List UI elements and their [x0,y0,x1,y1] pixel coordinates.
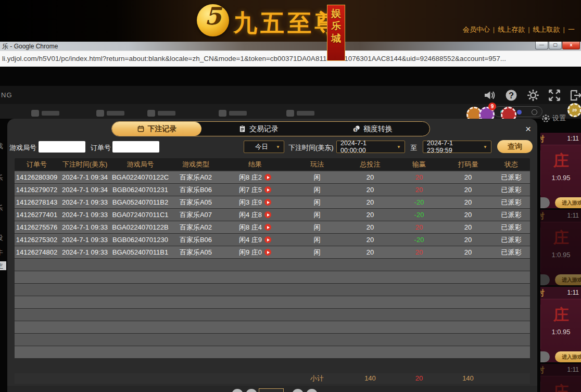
minimize-button[interactable]: — [535,42,548,49]
link-separator: | [528,26,529,33]
cell-turnover: 20 [444,234,492,246]
cell-result: 闲7 庄5 [222,184,288,196]
top-link[interactable]: 一 [568,26,575,33]
cell-winloss: -20 [395,234,444,246]
chevron-down-icon: ▼ [276,145,280,149]
cell-round: BGA052407011B2 [111,196,170,208]
cell-order: 14126274802 [15,246,59,258]
table-settings-button[interactable]: 设置 [542,113,566,123]
url-text: li.ydjol.com/h5V01/pc/index.html?return=… [2,55,506,62]
page-number-input[interactable] [259,388,284,392]
column-header: 状态 [492,158,530,170]
screen: 5 九五至尊 会员中心|线上存款|线上取款|一 娱乐城 乐 - Google C… [0,0,581,392]
next-page-button[interactable] [292,389,304,392]
cell-time: 2024-7-1 09:33 [59,234,111,246]
close-icon[interactable]: × [525,124,531,134]
maximize-button[interactable]: ▢ [549,42,562,49]
cell-type: 百家乐B06 [170,184,222,196]
replay-icon[interactable] [264,236,271,243]
replay-icon[interactable] [264,249,271,256]
subtotal-row: 小计14020140 [15,373,530,384]
secondary-button[interactable] [540,351,550,362]
cell-play: 闲 [288,209,346,221]
window-controls: — ▢ x [535,42,580,49]
volume-icon[interactable] [483,89,496,102]
prev-page-button[interactable] [246,389,257,392]
enter-game-button[interactable]: 进入游戏 [555,351,581,362]
column-header: 玩法 [288,158,346,170]
pair-label: 对 [540,134,545,144]
replay-icon[interactable] [264,186,271,193]
replay-icon[interactable] [264,211,271,218]
svg-text:$: $ [355,128,357,132]
help-icon[interactable]: ? [505,89,517,102]
top-link[interactable]: 会员中心 [463,26,490,33]
bet-chip[interactable]: 20 [567,103,581,117]
table-body: 141262803092024-7-1 09:34BGA0224070122C百… [7,171,537,359]
time-to-select[interactable]: 2024-7-1 23:59:59▼ [423,141,491,153]
cell-status: 已派彩 [492,234,530,246]
category-icon[interactable] [96,108,124,118]
search-button[interactable]: 查询 [497,140,533,153]
fullscreen-icon[interactable] [548,89,561,102]
enter-game-button[interactable]: 进入游戏 [555,274,581,285]
category-icon[interactable] [31,108,59,118]
pair-odds: 1:11 [567,212,579,219]
top-link[interactable]: 线上取款 [533,26,560,33]
cell-turnover: 20 [444,171,492,183]
empty-row [15,271,530,283]
replay-icon[interactable] [264,224,271,231]
category-icon[interactable] [219,108,247,118]
column-header: 游戏局号 [111,158,170,170]
time-from-select[interactable]: 2024-7-1 00:00:00▼ [336,141,405,153]
column-header: 打码量 [444,158,492,170]
column-header: 下注时间(美东) [59,158,111,170]
game-round-input[interactable] [39,141,85,153]
table-row: 141262753022024-7-1 09:33BGB06240701230百… [15,234,530,246]
enter-game-button[interactable]: 进入游戏 [555,197,581,208]
cell-type: 百家乐A05 [170,246,222,258]
chevron-down-icon: ▼ [483,145,487,149]
first-page-button[interactable] [232,389,243,392]
coins-icon: $ [352,125,360,133]
tab-coins[interactable]: $额度转换 [315,122,430,136]
cell-type: 百家乐A07 [170,209,222,221]
empty-row [15,284,530,296]
cell-type: 百家乐A02 [170,171,222,183]
address-bar[interactable]: li.ydjol.com/h5V01/pc/index.html?return=… [0,50,581,67]
cell-turnover: 20 [444,209,492,221]
empty-row [15,346,530,358]
secondary-button[interactable] [540,197,550,208]
range-select[interactable]: 今日▼ [244,141,284,153]
cell-bet: 20 [346,234,395,246]
pair-odds: 1:11 [567,135,579,142]
cell-type: 百家乐B06 [170,234,222,246]
cell-status: 已派彩 [492,221,530,233]
tab-calendar[interactable]: 下注记录 [112,122,201,136]
game-category-bar: 9 2050100100010000 [0,104,581,119]
secondary-button[interactable] [540,274,550,285]
exit-icon[interactable] [570,89,581,102]
column-header: 总投注 [346,158,395,170]
top-link[interactable]: 线上存款 [498,26,525,33]
cell-play: 闲 [288,171,346,183]
cell-order: 14126277401 [15,209,59,221]
close-window-button[interactable]: x [562,42,580,49]
last-page-button[interactable] [306,389,318,392]
game-table-card: 对 1:11 庄 1:0.95 进入游戏 [540,364,581,392]
brand-coin-icon: 5 [197,4,229,36]
cell-time: 2024-7-1 09:33 [59,196,111,208]
category-icon[interactable] [147,108,175,118]
cell-bet: 20 [346,184,395,196]
tab-clipboard[interactable]: 交易记录 [201,122,315,136]
link-separator: | [563,26,565,33]
banker-label: 庄 [541,150,581,172]
brand-title: 九五至尊 [233,7,342,40]
replay-icon[interactable] [264,199,271,206]
category-icon[interactable] [286,108,314,118]
settings-gear-icon[interactable] [527,89,539,102]
site-banner: 5 九五至尊 会员中心|线上存款|线上取款|一 [0,0,581,42]
order-no-input[interactable] [112,141,159,153]
cell-time: 2024-7-1 09:34 [59,184,111,196]
replay-icon[interactable] [264,174,271,181]
